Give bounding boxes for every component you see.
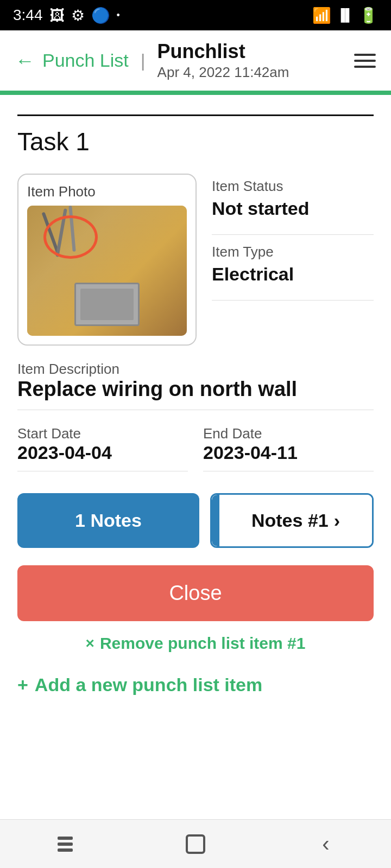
chevron-right-icon: › [334, 510, 340, 531]
nav-title: Punchlist [157, 40, 289, 63]
remove-x-icon: × [86, 635, 94, 652]
notes-item-label: Notes #1 [251, 510, 329, 531]
end-date-value: 2023-04-11 [203, 442, 298, 463]
gallery-icon: 🖼 [49, 7, 65, 24]
recent-apps-icon [58, 837, 73, 852]
photo-status-row: Item Photo Item Status Not started Item … [17, 174, 374, 346]
photo-label: Item Photo [27, 183, 187, 200]
electrical-box [74, 283, 140, 326]
recent-apps-button[interactable] [43, 828, 87, 860]
status-type-section: Item Status Not started Item Type Electr… [212, 174, 374, 346]
back-button[interactable]: ‹ [304, 828, 348, 860]
dates-row: Start Date 2023-04-04 End Date 2023-04-1… [17, 425, 374, 471]
start-date-block: Start Date 2023-04-04 [17, 425, 188, 471]
notes-item-accent [212, 495, 219, 546]
add-punch-list-label: Add a new punch list item [35, 674, 262, 695]
item-type-label: Item Type [212, 244, 374, 260]
item-status-label: Item Status [212, 178, 374, 195]
circle-icon: 🔵 [91, 7, 110, 24]
photo-card: Item Photo [17, 174, 197, 346]
start-date-label: Start Date [17, 425, 81, 442]
start-date-value: 2023-04-04 [17, 442, 112, 463]
bottom-nav: ‹ [0, 819, 391, 868]
end-date-label: End Date [203, 425, 262, 442]
signal-icon: ▐▌ [337, 8, 354, 22]
item-status-value: Not started [212, 198, 374, 219]
home-button[interactable] [174, 828, 217, 860]
status-right: 📶 ▐▌ 🔋 [312, 7, 378, 24]
photo-container[interactable] [27, 206, 187, 336]
nav-title-block: Punchlist Apr 4, 2022 11:42am [157, 40, 289, 81]
item-type-value: Electrical [212, 264, 374, 285]
add-item-link-container: + Add a new punch list item [17, 674, 374, 695]
red-circle-annotation [43, 215, 98, 259]
settings-icon: ⚙ [71, 7, 85, 24]
remove-punch-list-link[interactable]: × Remove punch list item #1 [17, 634, 374, 653]
punch-list-link[interactable]: Punch List [42, 50, 129, 71]
status-bar: 3:44 🖼 ⚙ 🔵 • 📶 ▐▌ 🔋 [0, 0, 391, 30]
description-label: Item Description [17, 361, 119, 377]
battery-icon: 🔋 [359, 7, 378, 24]
status-divider [212, 234, 374, 235]
notes-row: 1 Notes Notes #1 › [17, 493, 374, 548]
plus-icon: + [17, 674, 28, 695]
close-button[interactable]: Close [17, 565, 374, 621]
main-content: Task 1 Item Photo Item Status Not starte… [0, 114, 391, 776]
back-arrow-icon[interactable]: ← [15, 49, 35, 72]
home-icon [186, 834, 205, 854]
progress-bar [0, 91, 391, 95]
description-section: Item Description Replace wiring on north… [17, 361, 374, 410]
description-divider [17, 410, 374, 410]
nav-left: ← Punch List | Punchlist Apr 4, 2022 11:… [15, 40, 289, 81]
status-time: 3:44 [13, 7, 43, 24]
status-left: 3:44 🖼 ⚙ 🔵 • [13, 7, 120, 24]
nav-subtitle: Apr 4, 2022 11:42am [157, 64, 289, 81]
photo-bg [27, 206, 187, 336]
notes-item-wrapper: Notes #1 › [210, 493, 374, 548]
wifi-icon: 📶 [312, 7, 331, 24]
remove-link-container: × Remove punch list item #1 [17, 634, 374, 653]
section-divider [17, 114, 374, 116]
back-icon: ‹ [322, 832, 329, 856]
task-heading: Task 1 [17, 127, 374, 156]
top-nav: ← Punch List | Punchlist Apr 4, 2022 11:… [0, 30, 391, 91]
remove-punch-list-label: Remove punch list item #1 [100, 634, 305, 653]
type-divider [212, 300, 374, 301]
end-date-divider [203, 471, 374, 471]
notes-count-button[interactable]: 1 Notes [17, 493, 199, 548]
hamburger-menu-icon[interactable] [354, 54, 376, 68]
description-value: Replace wiring on north wall [17, 378, 297, 400]
add-punch-list-link[interactable]: + Add a new punch list item [17, 674, 374, 695]
dot-icon: • [117, 10, 120, 21]
end-date-block: End Date 2023-04-11 [203, 425, 374, 471]
start-date-divider [17, 471, 188, 471]
notes-item-button[interactable]: Notes #1 › [219, 495, 372, 546]
nav-divider: | [141, 50, 146, 71]
